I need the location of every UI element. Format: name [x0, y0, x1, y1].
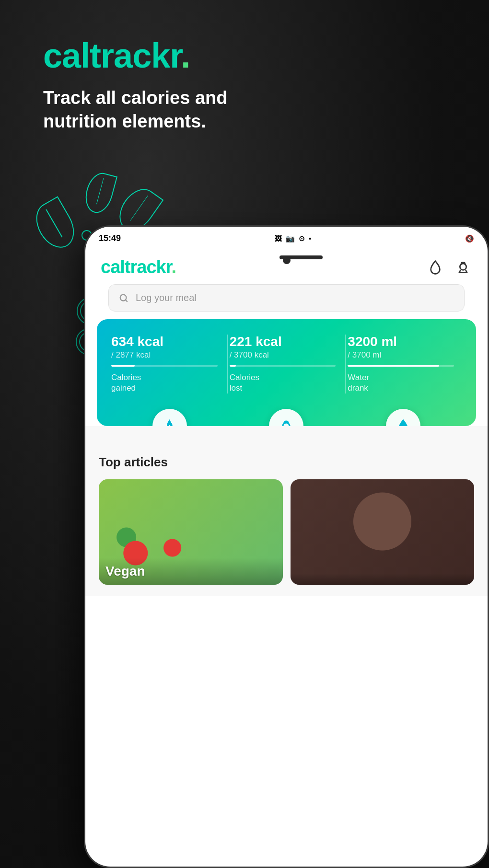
calories-lost-progress-fill	[230, 365, 236, 367]
water-limit: / 3700 ml	[348, 350, 454, 360]
hero-tagline: Track all calories andnutrition elements…	[43, 86, 227, 134]
gallery-icon: 🖼	[275, 234, 282, 243]
articles-section: Top articles Vegan	[85, 426, 488, 596]
calories-gained-progress-fill	[111, 365, 135, 367]
article-thumbnail-2	[291, 479, 475, 585]
calories-lost-label: Calorieslost	[230, 372, 336, 393]
dot-indicator: •	[309, 234, 311, 243]
article-card-vegan[interactable]: Vegan	[99, 479, 283, 585]
logo-dot: .	[181, 36, 190, 75]
header-logo-dot: .	[171, 257, 176, 277]
water-drop-icon	[395, 418, 411, 426]
leaf-icon-2	[82, 170, 117, 216]
water-icon[interactable]	[426, 258, 444, 277]
search-bar-container: Log your meal	[97, 284, 476, 319]
svg-point-1	[120, 294, 127, 301]
header-logo-text: caltrackr	[101, 257, 171, 277]
svg-point-0	[460, 264, 466, 270]
location-icon: ⊙	[299, 234, 305, 243]
calories-lost-limit: / 3700 kcal	[230, 350, 336, 360]
calories-gained-label: Caloriesgained	[111, 372, 218, 393]
kettlebell-icon[interactable]	[454, 258, 472, 277]
phone-mockup: 15:49 🖼 📷 ⊙ • 🔇 caltrackr.	[84, 225, 489, 868]
calories-gained-value: 634 kcal	[111, 335, 218, 349]
water-progress-bar	[348, 365, 454, 367]
divider-2	[345, 335, 346, 393]
stats-row: 634 kcal / 2877 kcal Caloriesgained 221 …	[111, 335, 462, 405]
calories-lost-value: 221 kcal	[230, 335, 336, 349]
search-icon	[118, 293, 129, 303]
article-card-2[interactable]	[291, 479, 475, 585]
kettlebell-stat-icon	[278, 418, 294, 426]
articles-section-title: Top articles	[99, 455, 474, 470]
hero-section: caltrackr. Track all calories andnutriti…	[43, 38, 227, 134]
status-bar: 15:49 🖼 📷 ⊙ • 🔇	[85, 227, 488, 248]
flame-icon-circle[interactable]	[152, 409, 187, 426]
article-label-1: Vegan	[99, 558, 283, 585]
stat-water: 3200 ml / 3700 ml Waterdrank	[348, 335, 462, 393]
water-value: 3200 ml	[348, 335, 454, 349]
search-placeholder: Log your meal	[136, 292, 197, 303]
status-icons: 🖼 📷 ⊙ •	[275, 234, 311, 243]
water-label: Waterdrank	[348, 372, 454, 393]
phone-speaker	[279, 255, 323, 259]
water-drop-icon-circle[interactable]	[386, 409, 420, 426]
article-title-vegan: Vegan	[105, 564, 145, 579]
app-header: caltrackr.	[85, 248, 488, 284]
mute-icon: 🔇	[465, 234, 474, 243]
phone-screen: 15:49 🖼 📷 ⊙ • 🔇 caltrackr.	[85, 227, 488, 867]
article-label-2	[291, 573, 475, 585]
articles-grid: Vegan	[99, 479, 474, 585]
instagram-icon: 📷	[286, 234, 295, 243]
calories-gained-limit: / 2877 kcal	[111, 350, 218, 360]
flame-icon	[162, 418, 178, 426]
status-right-icons: 🔇	[465, 234, 474, 243]
stats-icons-row	[111, 409, 462, 426]
calories-gained-progress-bar	[111, 365, 218, 367]
search-input-wrapper[interactable]: Log your meal	[108, 284, 465, 312]
stat-calories-gained: 634 kcal / 2877 kcal Caloriesgained	[111, 335, 225, 393]
stat-calories-lost: 221 kcal / 3700 kcal Calorieslost	[230, 335, 344, 393]
water-progress-fill	[348, 365, 439, 367]
calories-lost-progress-bar	[230, 365, 336, 367]
logo-text: caltrackr	[43, 36, 181, 75]
divider-1	[227, 335, 228, 393]
app-logo: caltrackr.	[43, 38, 227, 73]
stats-card: 634 kcal / 2877 kcal Caloriesgained 221 …	[97, 319, 476, 426]
svg-point-2	[283, 423, 290, 426]
status-time: 15:49	[99, 233, 121, 243]
header-logo: caltrackr.	[101, 257, 176, 278]
header-icons	[426, 258, 472, 277]
kettlebell-icon-circle[interactable]	[269, 409, 303, 426]
leaf-icon-1	[29, 196, 82, 255]
